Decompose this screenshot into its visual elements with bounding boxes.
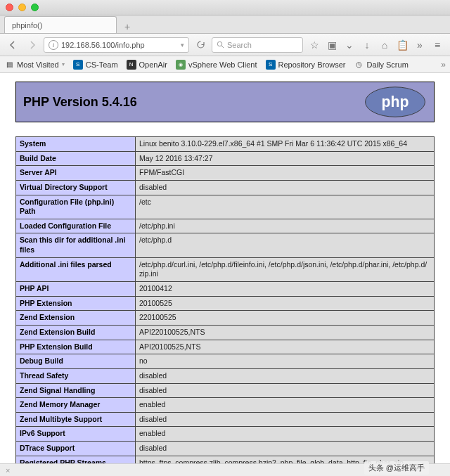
php-info-table: SystemLinux benito 3.10.0-229.el7.x86_64… [15, 136, 435, 463]
config-value: disabled [136, 412, 435, 427]
config-key: Loaded Configuration File [16, 219, 136, 233]
config-key: Zend Signal Handling [16, 383, 136, 398]
table-row: DTrace Supportdisabled [16, 442, 435, 456]
arrow-right-icon [28, 41, 37, 49]
minimize-window-button[interactable] [18, 4, 26, 11]
table-row: IPv6 Supportenabled [16, 427, 435, 442]
favicon-icon: ◉ [176, 60, 186, 70]
config-value: 220100525 [136, 311, 435, 326]
config-value: no [136, 354, 435, 369]
favicon-icon: S [73, 60, 83, 70]
bookmark-most-visited[interactable]: ▤ Most Visited ▾ [4, 60, 65, 70]
bookmark-star-button[interactable]: ☆ [306, 37, 323, 53]
dropdown-icon: ▾ [62, 61, 65, 67]
search-placeholder: Search [227, 41, 252, 49]
favicon-icon: S [266, 60, 276, 70]
forward-button[interactable] [24, 37, 41, 53]
navigation-bar: i 192.168.56.100/info.php ▾ Search ☆ ▣ ⌄… [0, 34, 450, 56]
bookmark-vsphere[interactable]: ◉ vSphere Web Client [176, 60, 257, 70]
php-logo-icon: php [364, 86, 427, 118]
config-key: PHP API [16, 282, 136, 297]
menu-button[interactable]: ≡ [429, 37, 446, 53]
table-row: Scan this dir for additional .ini files/… [16, 233, 435, 257]
table-row: Build DateMay 12 2016 13:47:27 [16, 151, 435, 166]
config-key: Scan this dir for additional .ini files [16, 233, 136, 257]
config-key: Configuration File (php.ini) Path [16, 195, 136, 219]
maximize-window-button[interactable] [31, 4, 39, 11]
table-row: PHP API20100412 [16, 282, 435, 297]
list-icon: ▤ [4, 60, 14, 70]
table-row: PHP Extension BuildAPI20100525,NTS [16, 340, 435, 354]
home-button[interactable]: ⌂ [376, 37, 393, 53]
config-key: Debug Build [16, 354, 136, 369]
page-title: PHP Version 5.4.16 [23, 95, 137, 110]
table-row: SystemLinux benito 3.10.0-229.el7.x86_64… [16, 137, 435, 152]
tab-title: phpinfo() [12, 21, 42, 30]
table-row: Virtual Directory Supportdisabled [16, 180, 435, 195]
config-value: disabled [136, 383, 435, 398]
traffic-lights [6, 4, 39, 11]
table-row: Zend Multibyte Supportdisabled [16, 412, 435, 427]
table-row: Debug Buildno [16, 354, 435, 369]
config-value: 20100412 [136, 282, 435, 297]
status-bar: × 头条 @运维高手 [0, 463, 450, 476]
config-value: disabled [136, 180, 435, 195]
browser-tab[interactable]: phpinfo() [4, 16, 117, 33]
config-key: PHP Extension Build [16, 340, 136, 354]
config-key: Thread Safety [16, 368, 136, 383]
reload-icon [196, 40, 205, 49]
url-dropdown-icon[interactable]: ▾ [181, 41, 184, 49]
close-window-button[interactable] [6, 4, 13, 11]
table-row: Server APIFPM/FastCGI [16, 166, 435, 181]
config-key: IPv6 Support [16, 427, 136, 442]
table-row: PHP Extension20100525 [16, 296, 435, 311]
config-value: /etc/php.d/curl.ini, /etc/php.d/fileinfo… [136, 257, 435, 281]
new-tab-button[interactable]: + [120, 20, 135, 33]
config-key: System [16, 137, 136, 152]
config-key: PHP Extension [16, 296, 136, 311]
back-button[interactable] [4, 37, 21, 53]
config-key: DTrace Support [16, 442, 136, 456]
config-value: enabled [136, 427, 435, 442]
config-key: Zend Multibyte Support [16, 412, 136, 427]
config-key: Build Date [16, 151, 136, 166]
bookmark-openair[interactable]: N OpenAir [127, 60, 167, 70]
table-row: Thread Safetydisabled [16, 368, 435, 383]
bookmark-cs-team[interactable]: S CS-Team [73, 60, 118, 70]
config-key: Server API [16, 166, 136, 181]
table-row: Zend Signal Handlingdisabled [16, 383, 435, 398]
svg-point-0 [217, 41, 221, 46]
config-value: FPM/FastCGI [136, 166, 435, 181]
table-row: Additional .ini files parsed/etc/php.d/c… [16, 257, 435, 281]
config-key: Registered PHP Streams [16, 456, 136, 463]
favicon-icon: N [127, 60, 136, 70]
table-row: Zend Memory Managerenabled [16, 398, 435, 413]
table-row: Configuration File (php.ini) Path/etc [16, 195, 435, 219]
config-key: Virtual Directory Support [16, 180, 136, 195]
url-input[interactable]: i 192.168.56.100/info.php ▾ [44, 37, 189, 53]
search-input[interactable]: Search [212, 37, 303, 53]
overflow-button[interactable]: » [411, 37, 428, 53]
search-icon [217, 41, 224, 49]
clipboard-button[interactable]: 📋 [394, 37, 411, 53]
site-info-icon[interactable]: i [49, 40, 58, 50]
bookmarks-overflow-button[interactable]: » [441, 60, 446, 70]
status-close-icon[interactable]: × [6, 466, 10, 475]
bookmark-daily-scrum[interactable]: ◷ Daily Scrum [354, 60, 409, 70]
watermark: 头条 @运维高手 [364, 461, 429, 475]
php-header: PHP Version 5.4.16 php [15, 82, 435, 122]
page-content[interactable]: PHP Version 5.4.16 php SystemLinux benit… [0, 73, 450, 463]
config-value: 20100525 [136, 296, 435, 311]
pocket-button[interactable]: ⌄ [341, 37, 358, 53]
config-value: /etc/php.d [136, 233, 435, 257]
config-value: API220100525,NTS [136, 325, 435, 340]
tab-bar: phpinfo() + [0, 15, 450, 34]
reload-button[interactable] [192, 37, 209, 53]
sidebar-button[interactable]: ▣ [323, 37, 340, 53]
url-text: 192.168.56.100/info.php [61, 41, 145, 49]
downloads-button[interactable]: ↓ [359, 37, 375, 53]
bookmark-repo-browser[interactable]: S Repository Browser [266, 60, 346, 70]
svg-text:php: php [382, 94, 409, 110]
config-key: Additional .ini files parsed [16, 257, 136, 281]
bookmarks-bar: ▤ Most Visited ▾ S CS-Team N OpenAir ◉ v… [0, 56, 450, 73]
